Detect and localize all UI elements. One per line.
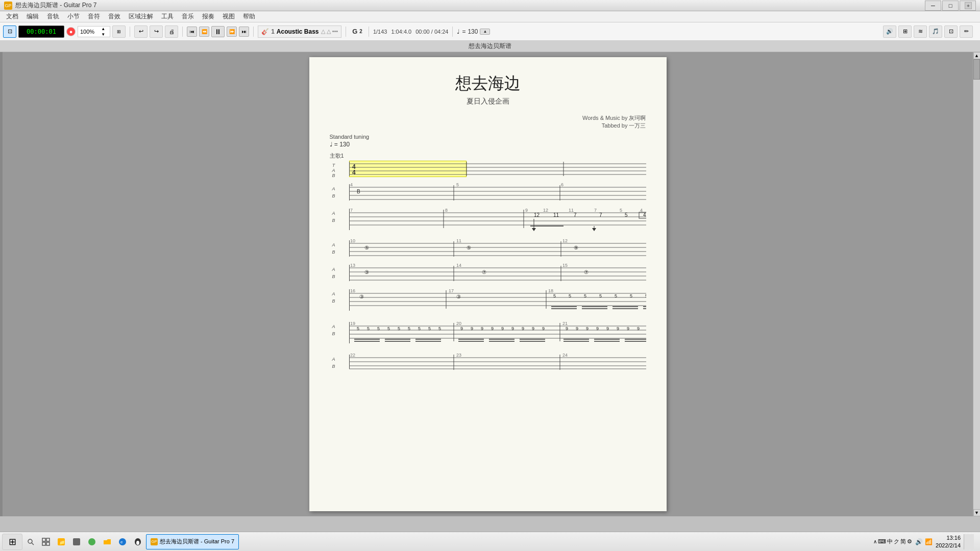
tab-label-5: AB [330, 266, 338, 280]
svg-rect-188 [73, 538, 80, 545]
menu-file[interactable]: 文档 [2, 11, 22, 22]
forward-end-button[interactable]: ⏭ [239, 27, 249, 37]
print-button[interactable]: 🖨 [165, 26, 178, 38]
scroll-thumb[interactable] [973, 59, 980, 80]
svg-text:5: 5 [367, 326, 370, 331]
svg-text:12: 12 [534, 212, 540, 218]
scroll-track[interactable] [973, 59, 980, 509]
staff-svg-2: 4 5 6 B [349, 183, 646, 202]
forward-button[interactable]: ⏩ [227, 27, 237, 37]
score-credits: Words & Music by 灰珂啊 Tabbed by 一万三 [330, 114, 646, 130]
taskbar-taskview-button[interactable] [39, 535, 53, 549]
menu-measure[interactable]: 小节 [63, 11, 84, 22]
rewind-button[interactable]: ⏪ [199, 27, 209, 37]
tab-label-2: AB [330, 185, 338, 199]
svg-text:12: 12 [562, 239, 568, 243]
scrollbar[interactable]: ▲ ▼ [973, 52, 980, 516]
svg-text:9: 9 [617, 326, 619, 331]
svg-marker-50 [592, 228, 596, 231]
tray-expand-button[interactable]: ∧ [873, 539, 877, 544]
sound-button[interactable]: 🎵 [929, 26, 942, 38]
play-pause-button[interactable]: ⏸ [211, 26, 225, 37]
staff-section-3: AB 7 8 9 12 [330, 208, 646, 233]
tab-label-8: AB [330, 356, 338, 370]
system-clock[interactable]: 13:16 2022/2/14 [936, 534, 961, 549]
menu-effects[interactable]: 音效 [104, 11, 125, 22]
position-display: 1/143 [373, 29, 387, 35]
add-track-button[interactable]: + [965, 2, 972, 9]
tab-label-7: AB [330, 323, 338, 337]
score-page: 想去海边 夏日入侵企画 Words & Music by 灰珂啊 Tabbed … [309, 57, 667, 511]
timesig-display: 1:04:4.0 [391, 29, 411, 35]
taskbar-search-button[interactable] [23, 535, 38, 549]
score-filename: 想去海边贝斯谱 [469, 42, 511, 51]
track-number: 1 [271, 28, 275, 35]
svg-text:23: 23 [456, 354, 461, 358]
volume-icon[interactable]: 🔊 [915, 538, 923, 545]
menu-note[interactable]: 音符 [84, 11, 104, 22]
staff-wrapper-4: AB 10 11 12 [330, 239, 646, 258]
menu-edit[interactable]: 编辑 [22, 11, 43, 22]
page-view-button[interactable]: ⊡ [3, 26, 16, 38]
speaker-button[interactable]: 🔊 [883, 26, 896, 38]
svg-text:5: 5 [620, 208, 622, 213]
svg-text:5: 5 [630, 293, 632, 298]
start-button[interactable]: ⊞ [2, 534, 22, 550]
rewind-end-button[interactable]: ⏮ [187, 27, 197, 37]
ime-symbol-icon: ク [894, 538, 899, 545]
svg-text:21: 21 [562, 321, 568, 326]
svg-text:4: 4 [643, 212, 646, 218]
show-desktop-button[interactable] [964, 534, 974, 549]
edit-mode-button[interactable]: ✏ [960, 26, 973, 38]
menu-view[interactable]: 视图 [218, 11, 239, 22]
menu-music[interactable]: 音乐 [178, 11, 198, 22]
zoom-in-button[interactable]: ▲ [96, 26, 110, 32]
staff-section-6: AB 16 17 18 [330, 288, 646, 315]
staff-wrapper-5: AB 13 14 15 [330, 264, 646, 282]
zoom-out-button[interactable]: ▼ [96, 32, 110, 37]
svg-text:6: 6 [561, 183, 564, 187]
taskbar-penguin-button[interactable] [131, 535, 145, 549]
scroll-up-button[interactable]: ▲ [973, 52, 981, 59]
layout-btn[interactable]: ⊞ [112, 26, 126, 38]
zoom-fit-button[interactable]: ⊡ [944, 26, 958, 38]
menu-tools[interactable]: 工具 [157, 11, 178, 22]
columns-button[interactable]: ⊞ [898, 26, 912, 38]
svg-text:9: 9 [460, 326, 463, 331]
network-icon[interactable]: 📶 [925, 538, 933, 545]
scroll-down-button[interactable]: ▼ [973, 509, 981, 516]
minimize-button[interactable]: ─ [925, 1, 941, 11]
rec-button[interactable]: ● [66, 27, 76, 36]
redo-button[interactable]: ↪ [150, 26, 163, 38]
separator5 [369, 27, 369, 37]
ime-settings-icon[interactable]: ⚙ [907, 538, 912, 545]
staff-section-2: AB 4 5 6 [330, 183, 646, 202]
svg-text:5: 5 [438, 326, 441, 331]
menu-help[interactable]: 帮助 [239, 11, 259, 22]
svg-text:7: 7 [350, 208, 353, 213]
svg-text:9: 9 [525, 208, 528, 213]
maximize-button[interactable]: □ [942, 1, 959, 11]
svg-text:9: 9 [501, 326, 504, 331]
taskbar-folder-button[interactable] [100, 535, 114, 549]
taskbar-browser-button[interactable]: e [115, 535, 130, 549]
svg-text:9: 9 [637, 326, 640, 331]
taskbar-file-button[interactable]: 📁 [54, 535, 68, 549]
staff-svg-7: 19 20 21 5 5 5 5 5 5 [349, 321, 646, 347]
tuning-label: Standard tuning [330, 134, 646, 140]
score-subtitle: 夏日入侵企画 [330, 97, 646, 106]
taskbar-calc-button[interactable] [69, 535, 84, 549]
svg-text:20: 20 [456, 321, 461, 326]
menu-play[interactable]: 报奏 [198, 11, 218, 22]
menu-track[interactable]: 音轨 [43, 11, 63, 22]
score-container[interactable]: 想去海边 夏日入侵企画 Words & Music by 灰珂啊 Tabbed … [3, 52, 973, 516]
undo-button[interactable]: ↩ [134, 26, 148, 38]
section-label-1: 主歌1 [330, 152, 646, 160]
taskbar-green-button[interactable] [85, 535, 99, 549]
tempo-up-button[interactable]: ▲ [480, 29, 490, 35]
waveform-button[interactable]: ≋ [914, 26, 927, 38]
svg-text:9: 9 [627, 326, 629, 331]
menu-region[interactable]: 区域注解 [125, 11, 157, 22]
svg-text:③: ③ [359, 294, 364, 299]
taskbar-guitarPro-app[interactable]: GP 想去海边贝斯谱 - Guitar Pro 7 [146, 534, 239, 549]
